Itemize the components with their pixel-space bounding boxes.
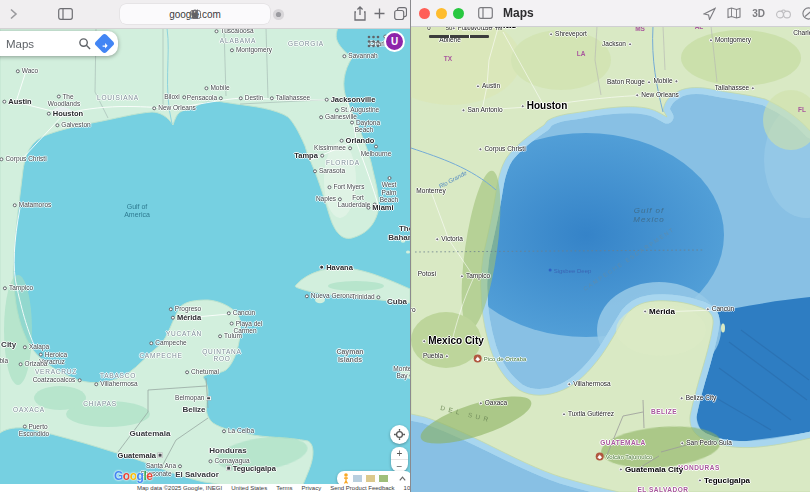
my-location-button[interactable] (390, 425, 409, 444)
avatar[interactable]: U (384, 31, 405, 52)
google-logo: Google (114, 469, 152, 483)
minimize-button[interactable] (436, 8, 447, 19)
apple-maps-titlebar: Maps 3D (411, 0, 810, 27)
tab-overview-icon[interactable] (394, 7, 407, 20)
layer-more-thumb[interactable] (378, 474, 389, 483)
privacy-link[interactable]: Privacy (302, 485, 322, 491)
3d-button[interactable]: 3D (752, 8, 765, 19)
apple-map-canvas[interactable] (411, 0, 810, 492)
look-around-icon[interactable] (776, 8, 791, 19)
search-input[interactable]: Maps (6, 38, 72, 50)
extension-icon[interactable] (272, 8, 285, 21)
search-icon[interactable] (78, 37, 91, 50)
google-map-canvas[interactable] (0, 0, 410, 492)
apple-maps-window: DallasFort WorthAbileneTXShreveportLAMSA… (410, 0, 810, 492)
pegman-icon[interactable] (342, 473, 350, 484)
scale-bar (429, 35, 489, 38)
feedback-link[interactable]: Send Product Feedback (330, 485, 394, 491)
sidebar-toggle-icon[interactable] (478, 7, 493, 19)
directions-button[interactable] (94, 33, 115, 54)
layer-terrain-thumb[interactable] (365, 474, 376, 483)
window-title: Maps (503, 6, 534, 20)
zoom-in-button[interactable]: + (391, 447, 408, 460)
sidebar-icon[interactable] (58, 8, 73, 20)
share-icon[interactable] (354, 6, 366, 21)
zoom-controls: + − (391, 447, 408, 472)
maximize-button[interactable] (453, 8, 464, 19)
current-location-icon[interactable] (703, 7, 716, 20)
map-attribution: Map data ©2025 Google, INEGI United Stat… (0, 484, 410, 492)
safari-google-maps-window: WacoAustinThe WoodlandsHoustonGalvestonC… (0, 0, 410, 492)
collapse-icon[interactable] (398, 474, 407, 483)
address-bar[interactable]: google.com (120, 4, 270, 24)
more-icon[interactable] (802, 7, 810, 20)
map-data-credit: Map data ©2025 Google, INEGI (137, 485, 222, 491)
reload-icon[interactable] (190, 9, 200, 19)
desktop: WacoAustinThe WoodlandsHoustonGalvestonC… (0, 0, 810, 492)
safari-toolbar: google.com (0, 0, 410, 29)
region-label: United States (231, 485, 267, 491)
close-button[interactable] (419, 8, 430, 19)
new-tab-icon[interactable] (374, 8, 385, 19)
google-apps-grid-icon[interactable] (367, 35, 380, 48)
layer-satellite-thumb[interactable] (352, 474, 363, 483)
map-mode-icon[interactable] (727, 7, 741, 19)
terms-link[interactable]: Terms (276, 485, 292, 491)
maps-search-box[interactable]: Maps (0, 31, 118, 56)
forward-icon[interactable] (9, 8, 18, 20)
